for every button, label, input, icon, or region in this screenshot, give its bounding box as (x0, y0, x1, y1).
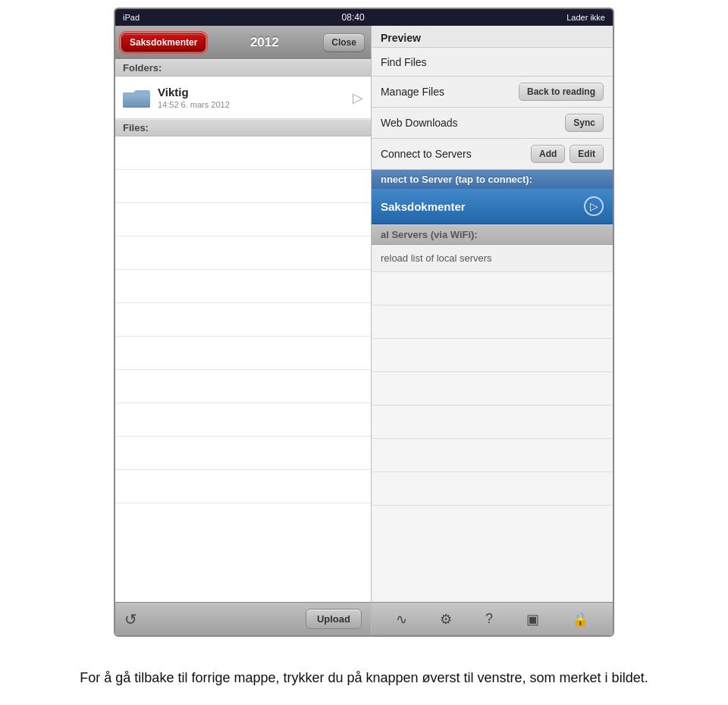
folder-name: Viktig (158, 86, 348, 99)
page-container: iPad 08:40 Lader ikke Saksdokmenter 2012… (0, 0, 728, 705)
reload-label: reload list of local servers (381, 252, 492, 264)
local-servers-header: al Servers (via WiFi): (372, 224, 613, 245)
empty-row (372, 406, 613, 439)
empty-row (372, 306, 613, 339)
web-downloads-label: Web Downloads (381, 117, 458, 129)
ipad-screen: iPad 08:40 Lader ikke Saksdokmenter 2012… (114, 8, 614, 637)
bottom-toolbar-right: ∿ ⚙ ? ▣ 🔒 (372, 602, 613, 635)
connect-to-servers-row[interactable]: Connect to Servers Add Edit (372, 139, 613, 170)
connected-server-header: nnect to Server (tap to connect): (372, 170, 613, 189)
server-item-label: Saksdokmenter (381, 200, 466, 213)
right-panel: Preview Find Files Manage Files Back to … (372, 26, 613, 635)
gear-icon[interactable]: ⚙ (440, 611, 452, 628)
edit-server-button[interactable]: Edit (570, 145, 604, 163)
status-battery: Lader ikke (566, 13, 605, 22)
file-row (115, 437, 371, 470)
local-servers-header-text: al Servers (via WiFi): (381, 229, 478, 240)
server-item[interactable]: Saksdokmenter ▷ (372, 189, 613, 224)
file-row (115, 136, 371, 170)
caption-area: For å gå tilbake til forrige mappe, tryk… (0, 652, 728, 705)
find-files-label: Find Files (381, 56, 427, 68)
folder-info: Viktig 14:52 6. mars 2012 (158, 86, 348, 109)
files-list (115, 136, 371, 602)
left-panel: Saksdokmenter 2012 Close Folders: (115, 26, 372, 635)
find-files-row: Find Files (372, 48, 613, 77)
folder-icon (123, 87, 150, 108)
files-header: Files: (115, 119, 371, 136)
wifi-icon[interactable]: ∿ (396, 611, 407, 628)
folder-item[interactable]: Viktig 14:52 6. mars 2012 ▷ (115, 77, 371, 119)
main-content: Saksdokmenter 2012 Close Folders: (115, 26, 613, 635)
upload-button[interactable]: Upload (306, 609, 362, 629)
add-edit-buttons: Add Edit (531, 145, 604, 163)
back-button[interactable]: Saksdokmenter (121, 33, 206, 52)
folder-date: 14:52 6. mars 2012 (158, 100, 348, 109)
file-row (115, 337, 371, 370)
back-to-reading-button[interactable]: Back to reading (519, 83, 604, 101)
monitor-icon[interactable]: ▣ (526, 611, 539, 628)
web-downloads-row[interactable]: Web Downloads Sync (372, 108, 613, 139)
bottom-bar: ↺ Upload (115, 602, 371, 635)
file-row (115, 303, 371, 337)
caption-text: For å gå tilbake til forrige mappe, tryk… (80, 669, 648, 688)
empty-row (372, 339, 613, 372)
add-server-button[interactable]: Add (531, 145, 565, 163)
manage-files-label: Manage Files (381, 86, 444, 98)
sync-button[interactable]: Sync (565, 114, 604, 132)
folders-header: Folders: (115, 59, 371, 77)
nav-title: 2012 (250, 35, 279, 50)
file-row (115, 370, 371, 403)
file-row (115, 170, 371, 203)
lock-icon[interactable]: 🔒 (572, 611, 588, 628)
connected-server-header-text: nnect to Server (tap to connect): (381, 174, 532, 185)
connect-to-servers-label: Connect to Servers (381, 148, 472, 160)
status-time: 08:40 (342, 12, 365, 23)
file-row (115, 470, 371, 503)
file-row (115, 203, 371, 237)
empty-right-area (372, 272, 613, 602)
file-row (115, 237, 371, 270)
close-button[interactable]: Close (323, 33, 365, 52)
status-device: iPad (123, 13, 140, 22)
server-chevron-icon: ▷ (584, 196, 604, 216)
folder-chevron-icon: ▷ (353, 89, 363, 106)
preview-title: Preview (372, 26, 613, 48)
ipad-area: iPad 08:40 Lader ikke Saksdokmenter 2012… (0, 0, 728, 652)
empty-row (372, 272, 613, 306)
file-row (115, 270, 371, 303)
refresh-button[interactable]: ↺ (124, 610, 137, 628)
reload-row[interactable]: reload list of local servers (372, 245, 613, 272)
file-row (115, 403, 371, 437)
manage-files-row[interactable]: Manage Files Back to reading (372, 77, 613, 108)
empty-row (372, 472, 613, 506)
empty-row (372, 439, 613, 472)
nav-bar: Saksdokmenter 2012 Close (115, 26, 371, 59)
status-bar: iPad 08:40 Lader ikke (115, 9, 613, 26)
help-icon[interactable]: ? (485, 611, 493, 627)
empty-row (372, 372, 613, 406)
